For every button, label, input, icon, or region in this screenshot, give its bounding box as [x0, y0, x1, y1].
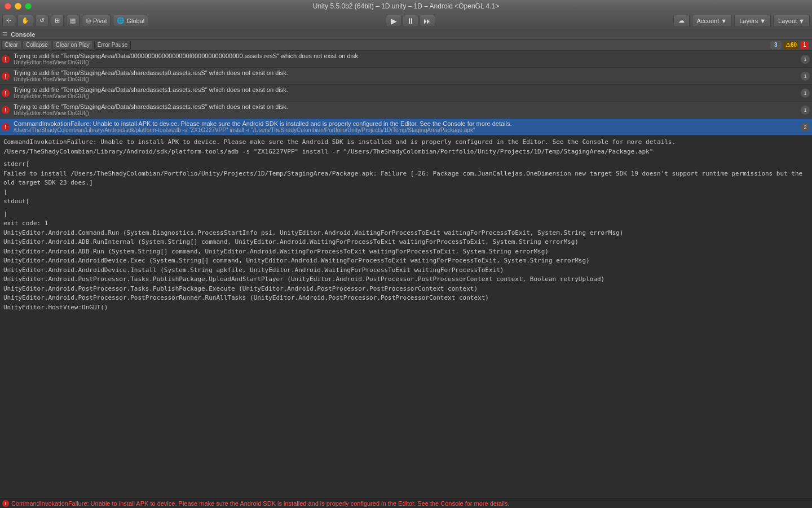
info-count: 3: [774, 42, 778, 48]
console-panel: ☰ Console Clear Collapse Clear on Play E…: [0, 29, 812, 508]
console-toolbar: Clear Collapse Clear on Play Error Pause…: [0, 40, 812, 51]
toolbar-refresh-btn[interactable]: ↺: [36, 15, 48, 27]
log-count-col: 1: [798, 85, 812, 101]
log-line2: /Users/TheShadyColombian/Library/Android…: [14, 127, 796, 133]
detail-line: UnityEditor.Android.ADB.Run (System.Stri…: [3, 247, 809, 257]
log-item[interactable]: !CommandInvokationFailure: Unable to ins…: [0, 119, 812, 135]
global-icon: 🌐: [117, 17, 125, 24]
cloud-button[interactable]: ☁: [673, 15, 690, 27]
error-icon: !: [2, 55, 10, 63]
maximize-button[interactable]: [25, 3, 32, 10]
status-error-text: CommandInvokationFailure: Unable to inst…: [11, 500, 510, 507]
count-badge: 1: [801, 106, 810, 115]
log-line2: UnityEditor.HostView:OnGUI(): [14, 110, 796, 116]
log-line1: Trying to add file "Temp/StagingArea/Dat…: [14, 86, 796, 93]
pause-button[interactable]: ⏸: [403, 15, 418, 27]
collapse-button[interactable]: Collapse: [23, 41, 51, 50]
title-bar: Unity 5.5.0b2 (64bit) – 1D.unity – 1D – …: [0, 0, 812, 12]
error-count: 1: [803, 42, 806, 48]
detail-line: UnityEditor.Android.AndroidDevice.Instal…: [3, 266, 809, 275]
error-icon: !: [2, 123, 10, 131]
pivot-button[interactable]: ◎ Pivot: [82, 15, 111, 27]
account-label: Account: [697, 17, 720, 24]
play-controls: ▶ ⏸ ⏭: [386, 15, 435, 27]
status-error: ! CommandInvokationFailure: Unable to in…: [2, 500, 510, 507]
error-icon: !: [2, 106, 10, 114]
global-label: Global: [126, 17, 144, 24]
detail-line: UnityEditor.Android.Command.Run (System.…: [3, 229, 809, 238]
log-count-col: 1: [798, 68, 812, 84]
log-line1: CommandInvokationFailure: Unable to inst…: [14, 120, 796, 127]
log-line1: Trying to add file "Temp/StagingArea/Dat…: [14, 103, 796, 110]
info-badge[interactable]: 3: [770, 41, 782, 49]
main-toolbar: ⊹ ✋ ↺ ⊞ ▤ ◎ Pivot 🌐 Global ▶ ⏸ ⏭ ☁ Accou…: [0, 12, 812, 29]
detail-line: ]: [3, 210, 809, 220]
console-icon: ☰: [2, 31, 7, 37]
console-header: ☰ Console: [0, 29, 812, 40]
transform-icon: ⊹: [6, 17, 11, 24]
badge-group: 3 ⚠ 60 1: [770, 41, 811, 49]
layers-button[interactable]: Layers ▼: [734, 15, 771, 27]
status-bar: ! CommandInvokationFailure: Unable to in…: [0, 498, 812, 508]
log-item[interactable]: !Trying to add file "Temp/StagingArea/Da…: [0, 85, 812, 102]
log-count-col: 1: [798, 51, 812, 67]
detail-panel: CommandInvokationFailure: Unable to inst…: [0, 135, 812, 498]
minimize-button[interactable]: [15, 3, 21, 10]
log-item[interactable]: !Trying to add file "Temp/StagingArea/Da…: [0, 102, 812, 119]
log-line1: Trying to add file "Temp/StagingArea/Dat…: [14, 69, 796, 76]
step-button[interactable]: ⏭: [420, 15, 435, 27]
log-count-col: 1: [798, 102, 812, 118]
error-badge[interactable]: 1: [801, 41, 809, 49]
detail-line: UnityEditor.Android.AndroidDevice.Exec (…: [3, 256, 809, 266]
toolbar-transform-btn[interactable]: ⊹: [2, 15, 15, 27]
log-icon-col: !: [0, 119, 11, 135]
log-icon-col: !: [0, 51, 11, 67]
log-text-col: Trying to add file "Temp/StagingArea/Dat…: [11, 102, 798, 118]
traffic-lights: [5, 3, 32, 10]
detail-line: ]: [3, 188, 809, 198]
layers-chevron: ▼: [760, 17, 766, 24]
count-badge: 2: [801, 122, 810, 132]
detail-line: stderr[: [3, 160, 809, 169]
log-icon-col: !: [0, 68, 11, 84]
count-badge: 1: [801, 55, 810, 64]
detail-line: UnityEditor.HostView:OnGUI(): [3, 303, 809, 313]
count-badge: 1: [801, 89, 810, 98]
toolbar-grid-btn[interactable]: ⊞: [51, 15, 64, 27]
play-button[interactable]: ▶: [386, 15, 401, 27]
warn-icon: ⚠: [785, 42, 791, 48]
detail-line: stdout[: [3, 197, 809, 207]
count-badge: 1: [801, 72, 810, 81]
warn-count: 60: [791, 42, 797, 48]
toolbar-layers-small-btn[interactable]: ▤: [66, 15, 80, 27]
clear-on-play-button[interactable]: Clear on Play: [52, 41, 93, 50]
detail-line: UnityEditor.Android.ADB.RunInternal (Sys…: [3, 238, 809, 247]
global-button[interactable]: 🌐 Global: [113, 15, 148, 27]
window-title: Unity 5.5.0b2 (64bit) – 1D.unity – 1D – …: [313, 2, 499, 10]
layout-chevron: ▼: [798, 17, 805, 24]
log-item[interactable]: !Trying to add file "Temp/StagingArea/Da…: [0, 68, 812, 85]
account-chevron: ▼: [721, 17, 727, 24]
log-text-col: Trying to add file "Temp/StagingArea/Dat…: [11, 85, 798, 101]
log-text-col: CommandInvokationFailure: Unable to inst…: [11, 119, 798, 135]
toolbar-hand-btn[interactable]: ✋: [17, 15, 33, 27]
error-pause-button[interactable]: Error Pause: [94, 41, 131, 50]
error-icon: !: [2, 89, 10, 97]
clear-button[interactable]: Clear: [1, 41, 21, 50]
detail-line: exit code: 1: [3, 219, 809, 229]
log-line1: Trying to add file "Temp/StagingArea/Dat…: [14, 52, 796, 59]
refresh-icon: ↺: [39, 17, 45, 24]
detail-line: UnityEditor.Android.PostProcessor.Tasks.…: [3, 284, 809, 294]
log-item[interactable]: !Trying to add file "Temp/StagingArea/Da…: [0, 51, 812, 68]
console-log-list: !Trying to add file "Temp/StagingArea/Da…: [0, 51, 812, 135]
grid-icon: ⊞: [55, 17, 60, 24]
account-button[interactable]: Account ▼: [692, 15, 732, 27]
layout-button[interactable]: Layout ▼: [773, 15, 810, 27]
pivot-label: Pivot: [93, 17, 107, 24]
log-line2: UnityEditor.HostView:OnGUI(): [14, 76, 796, 82]
pivot-icon: ◎: [86, 17, 91, 24]
close-button[interactable]: [5, 3, 11, 10]
warn-badge[interactable]: ⚠ 60: [784, 41, 798, 49]
log-line2: UnityEditor.HostView:OnGUI(): [14, 93, 796, 99]
console-title: Console: [11, 31, 35, 38]
